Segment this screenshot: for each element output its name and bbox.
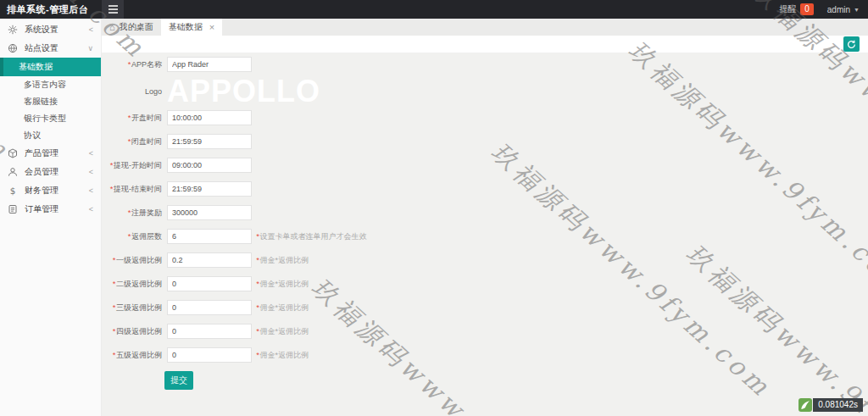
form-row: *五级返佣比例 *佣金*返佣比例 xyxy=(102,343,868,367)
close-icon[interactable]: × xyxy=(209,22,214,32)
field-label: 注册奖励 xyxy=(131,208,162,217)
field-label: 闭盘时间 xyxy=(131,137,162,146)
field-hint: *佣金*返佣比例 xyxy=(256,350,309,361)
sidebar-item-basic-data[interactable]: 基础数据 xyxy=(0,58,101,76)
sidebar-item-finance-management[interactable]: $ 财务管理 < xyxy=(0,181,101,200)
field-hint: *佣金*返佣比例 xyxy=(256,255,309,266)
form-row: *提现-开始时间 xyxy=(102,153,868,177)
field-hint: *设置卡单或者连单用户才会生效 xyxy=(256,231,367,242)
level3-rebate-input[interactable] xyxy=(167,300,252,315)
form-row: *提现-结束时间 xyxy=(102,177,868,201)
dollar-icon: $ xyxy=(8,186,18,196)
form-row: *闭盘时间 xyxy=(102,130,868,153)
required-mark: * xyxy=(127,232,131,241)
tab-basic-data[interactable]: 基础数据 × xyxy=(161,19,222,36)
field-label: Logo xyxy=(145,87,162,96)
field-label: APP名称 xyxy=(131,60,162,69)
sidebar-item-label: 产品管理 xyxy=(25,147,89,159)
sidebar-item-service-link[interactable]: 客服链接 xyxy=(0,93,101,110)
clipboard-icon xyxy=(8,204,18,214)
basic-data-form: *APP名称 Logo APPOLLO *开盘时间 *闭盘时间 *提现-开始时间… xyxy=(102,53,868,390)
required-mark: * xyxy=(112,256,115,264)
open-time-input[interactable] xyxy=(167,110,252,125)
chevron-left-icon: < xyxy=(89,205,93,214)
sidebar-item-agreement[interactable]: 协议 xyxy=(0,127,101,144)
rebate-levels-input[interactable] xyxy=(167,229,252,244)
trace-bar: 0.081042s xyxy=(798,398,863,412)
field-label: 五级返佣比例 xyxy=(116,351,162,359)
sidebar-item-label: 订单管理 xyxy=(25,203,89,215)
sidebar-item-label: 系统设置 xyxy=(25,24,89,36)
chevron-left-icon: < xyxy=(89,186,93,195)
form-row: *四级返佣比例 *佣金*返佣比例 xyxy=(102,319,868,343)
field-label: 开盘时间 xyxy=(131,114,162,122)
form-row: *一级返佣比例 *佣金*返佣比例 xyxy=(102,248,868,272)
top-bar: 排单系统-管理后台 提醒 0 admin ▼ xyxy=(0,0,868,19)
tab-label: 基础数据 xyxy=(169,21,203,33)
sidebar-item-bank-card-type[interactable]: 银行卡类型 xyxy=(0,110,101,127)
sidebar-item-product-management[interactable]: 产品管理 < xyxy=(0,144,101,163)
level1-rebate-input[interactable] xyxy=(167,252,252,268)
cube-icon xyxy=(8,148,18,158)
field-hint: *佣金*返佣比例 xyxy=(256,326,309,337)
tab-desktop[interactable]: ⌂ 我的桌面 xyxy=(102,19,161,36)
notice-count-badge: 0 xyxy=(800,3,814,15)
refresh-button[interactable] xyxy=(843,36,860,52)
field-label: 二级返佣比例 xyxy=(116,280,162,288)
username: admin xyxy=(827,5,850,14)
sidebar: 系统设置 < 站点设置 ∨ 基础数据 多语言内容 客服链接 银行卡类型 协议 产… xyxy=(0,19,102,416)
field-label: 四级返佣比例 xyxy=(116,327,162,336)
tab-label: 我的桌面 xyxy=(120,21,153,33)
user-menu[interactable]: admin ▼ xyxy=(827,5,860,14)
trace-time: 0.081042s xyxy=(813,398,863,412)
sidebar-toggle-button[interactable] xyxy=(102,0,124,19)
sidebar-item-system-settings[interactable]: 系统设置 < xyxy=(0,20,101,39)
withdraw-start-time-input[interactable] xyxy=(167,158,252,173)
svg-text:$: $ xyxy=(10,186,16,196)
level4-rebate-input[interactable] xyxy=(167,324,252,339)
sidebar-item-label: 会员管理 xyxy=(25,166,89,178)
sidebar-item-label: 财务管理 xyxy=(25,185,89,197)
required-mark: * xyxy=(112,351,115,359)
field-hint: *佣金*返佣比例 xyxy=(256,279,309,290)
level2-rebate-input[interactable] xyxy=(167,276,252,291)
required-mark: * xyxy=(112,280,115,288)
hamburger-icon xyxy=(102,5,124,14)
logo-image: APPOLLO xyxy=(167,76,320,106)
sidebar-item-label: 站点设置 xyxy=(25,42,87,54)
thinkphp-icon[interactable] xyxy=(798,398,812,412)
app-title: 排单系统-管理后台 xyxy=(7,0,88,19)
sidebar-item-site-settings[interactable]: 站点设置 ∨ xyxy=(0,39,101,58)
sidebar-item-order-management[interactable]: 订单管理 < xyxy=(0,200,101,219)
chevron-left-icon: < xyxy=(89,25,93,34)
form-row: *注册奖励 xyxy=(102,201,868,225)
caret-down-icon: ▼ xyxy=(854,7,860,13)
level5-rebate-input[interactable] xyxy=(167,347,252,363)
withdraw-end-time-input[interactable] xyxy=(167,181,252,197)
form-row: *开盘时间 xyxy=(102,106,868,130)
form-row: *APP名称 xyxy=(102,53,868,76)
app-name-input[interactable] xyxy=(167,57,252,72)
chevron-left-icon: < xyxy=(89,149,93,158)
required-mark: * xyxy=(109,185,113,193)
globe-icon xyxy=(8,43,18,53)
form-row: *二级返佣比例 *佣金*返佣比例 xyxy=(102,272,868,296)
topbar-right: 提醒 0 admin ▼ xyxy=(779,0,860,19)
field-label: 提现-结束时间 xyxy=(114,185,162,193)
close-time-input[interactable] xyxy=(167,134,252,149)
required-mark: * xyxy=(112,303,115,312)
sidebar-item-member-management[interactable]: 会员管理 < xyxy=(0,163,101,181)
chevron-left-icon: < xyxy=(89,168,93,176)
content-toolbar xyxy=(102,36,868,53)
notice-label: 提醒 xyxy=(779,3,796,15)
notice-link[interactable]: 提醒 0 xyxy=(779,3,814,15)
field-label: 一级返佣比例 xyxy=(116,256,162,264)
required-mark: * xyxy=(127,137,131,146)
form-row-logo: Logo APPOLLO xyxy=(102,76,868,106)
sidebar-item-multilanguage[interactable]: 多语言内容 xyxy=(0,76,101,93)
required-mark: * xyxy=(109,161,113,169)
field-label: 提现-开始时间 xyxy=(114,161,162,169)
chevron-down-icon: ∨ xyxy=(87,44,93,53)
submit-button[interactable]: 提交 xyxy=(164,371,193,390)
register-reward-input[interactable] xyxy=(167,205,252,220)
